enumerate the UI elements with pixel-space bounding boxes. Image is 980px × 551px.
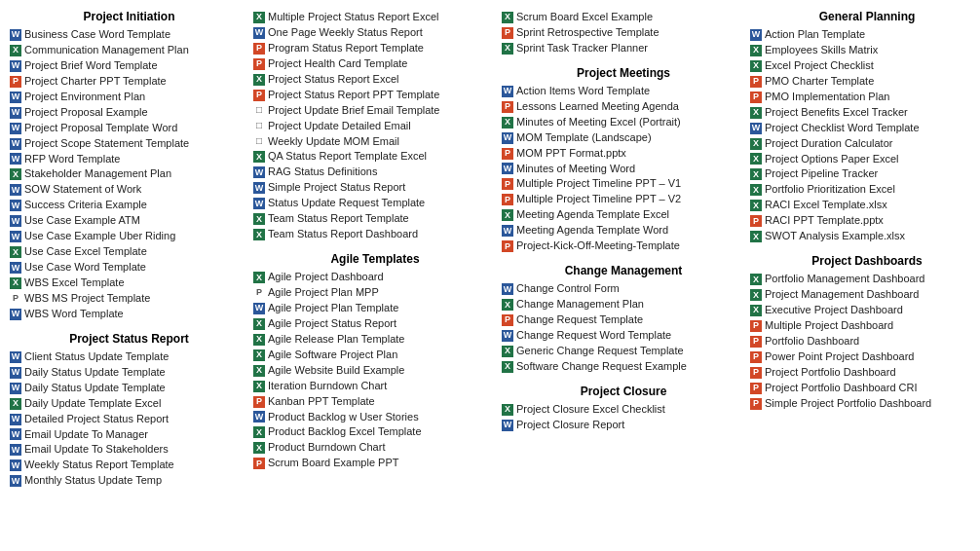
list-item[interactable]: PProgram Status Report Template (253, 41, 497, 56)
list-item[interactable]: XExecutive Project Dashboard (750, 303, 980, 318)
list-item[interactable]: XScrum Board Excel Example (502, 10, 745, 25)
list-item[interactable]: WRAG Status Definitions (253, 165, 497, 180)
list-item[interactable]: PRACI PPT Template.pptx (750, 213, 980, 229)
list-item[interactable]: XSprint Task Tracker Planner (502, 41, 745, 56)
list-item[interactable]: WWeekly Status Report Template (10, 458, 248, 473)
list-item[interactable]: XExcel Project Checklist (750, 58, 980, 74)
list-item[interactable]: WSuccess Criteria Example (10, 198, 248, 213)
list-item[interactable]: PPower Point Project Dashboard (750, 349, 980, 365)
list-item[interactable]: PMultiple Project Dashboard (750, 318, 980, 334)
list-item[interactable]: PSprint Retrospective Template (502, 25, 745, 41)
list-item[interactable]: WProject Scope Statement Template (10, 136, 248, 152)
list-item[interactable]: WProduct Backlog w User Stories (253, 410, 497, 425)
list-item[interactable]: WWBS Word Template (10, 307, 248, 322)
list-item[interactable]: PProject Status Report PPT Template (253, 88, 497, 103)
list-item[interactable]: XTeam Status Report Dashboard (253, 227, 497, 242)
list-item[interactable]: WProject Closure Report (502, 418, 745, 433)
list-item[interactable]: XSoftware Change Request Example (502, 359, 745, 375)
list-item[interactable]: XIteration Burndown Chart (253, 379, 497, 394)
list-item[interactable]: WChange Request Word Template (502, 328, 745, 344)
list-item[interactable]: XChange Management Plan (502, 297, 745, 312)
list-item[interactable]: WMonthly Status Update Temp (10, 473, 248, 489)
list-item[interactable]: WOne Page Weekly Status Report (253, 25, 497, 41)
list-item[interactable]: WMinutes of Meeting Word (502, 162, 745, 177)
list-item[interactable]: □Project Update Detailed Email (253, 119, 497, 134)
list-item[interactable]: XEmployees Skills Matrix (750, 43, 980, 58)
list-item[interactable]: WEmail Update To Stakeholders (10, 442, 248, 458)
list-item[interactable]: XMinutes of Meeting Excel (Portrait) (502, 115, 745, 130)
list-item[interactable]: XMultiple Project Status Report Excel (253, 10, 497, 25)
list-item[interactable]: XStakeholder Management Plan (10, 166, 248, 182)
list-item[interactable]: XAgile Project Dashboard (253, 270, 497, 285)
list-item[interactable]: WBusiness Case Word Template (10, 27, 248, 43)
list-item[interactable]: XPortfolio Prioritization Excel (750, 182, 980, 198)
list-item[interactable]: PProject Health Card Template (253, 56, 497, 72)
list-item[interactable]: XAgile Software Project Plan (253, 348, 497, 363)
list-item[interactable]: PWBS MS Project Template (10, 291, 248, 307)
list-item[interactable]: PMultiple Project Timeline PPT – V2 (502, 192, 745, 207)
list-item[interactable]: XProject Pipeline Tracker (750, 166, 980, 182)
list-item[interactable]: WAction Items Word Template (502, 84, 745, 99)
list-item[interactable]: WChange Control Form (502, 281, 745, 297)
list-item[interactable]: XProject Options Paper Excel (750, 152, 980, 167)
list-item[interactable]: XUse Case Excel Template (10, 244, 248, 260)
list-item[interactable]: XRACI Excel Template.xlsx (750, 198, 980, 213)
list-item[interactable]: □Project Update Brief Email Template (253, 103, 497, 119)
list-item[interactable]: XAgile Release Plan Template (253, 332, 497, 348)
list-item[interactable]: XGeneric Change Request Template (502, 344, 745, 359)
list-item[interactable]: XAgile Website Build Example (253, 363, 497, 379)
list-item[interactable]: PPortfolio Dashboard (750, 334, 980, 349)
list-item[interactable]: WEmail Update To Manager (10, 427, 248, 443)
list-item[interactable]: XAgile Project Status Report (253, 316, 497, 332)
list-item[interactable]: PLessons Learned Meeting Agenda (502, 99, 745, 115)
list-item[interactable]: PKanban PPT Template (253, 394, 497, 410)
list-item[interactable]: XProduct Backlog Excel Template (253, 424, 497, 440)
list-item[interactable]: WMOM Template (Landscape) (502, 130, 745, 146)
list-item[interactable]: WRFP Word Template (10, 152, 248, 167)
list-item[interactable]: WAgile Project Plan Template (253, 301, 497, 316)
list-item[interactable]: PProject Portfolio Dashboard (750, 365, 980, 381)
list-item[interactable]: WDaily Status Update Template (10, 365, 248, 381)
list-item[interactable]: WProject Checklist Word Template (750, 121, 980, 136)
list-item[interactable]: WProject Proposal Example (10, 105, 248, 121)
list-item[interactable]: PPMO Implementation Plan (750, 90, 980, 105)
list-item[interactable]: WAction Plan Template (750, 27, 980, 43)
list-item[interactable]: PProject Charter PPT Template (10, 74, 248, 90)
list-item[interactable]: XProject Benefits Excel Tracker (750, 105, 980, 121)
list-item[interactable]: XMeeting Agenda Template Excel (502, 207, 745, 223)
list-item[interactable]: XTeam Status Report Template (253, 211, 497, 227)
list-item[interactable]: XQA Status Report Template Excel (253, 149, 497, 165)
list-item[interactable]: WProject Brief Word Template (10, 58, 248, 74)
list-item[interactable]: WClient Status Update Template (10, 349, 248, 365)
list-item[interactable]: XDaily Update Template Excel (10, 396, 248, 412)
list-item[interactable]: WUse Case Example Uber Riding (10, 229, 248, 244)
list-item[interactable]: WDaily Status Update Template (10, 381, 248, 396)
list-item[interactable]: WDetailed Project Status Report (10, 412, 248, 427)
list-item[interactable]: WMeeting Agenda Template Word (502, 223, 745, 239)
list-item[interactable]: WSimple Project Status Report (253, 180, 497, 196)
list-item[interactable]: PPMO Charter Template (750, 74, 980, 90)
list-item[interactable]: PProject Portfolio Dashboard CRI (750, 381, 980, 396)
list-item[interactable]: XProject Status Report Excel (253, 72, 497, 88)
list-item[interactable]: XProject Closure Excel Checklist (502, 402, 745, 418)
list-item[interactable]: XSWOT Analysis Example.xlsx (750, 229, 980, 244)
list-item[interactable]: XCommunication Management Plan (10, 43, 248, 58)
list-item[interactable]: XPortfolio Management Dashboard (750, 272, 980, 287)
list-item[interactable]: XProject Duration Calculator (750, 136, 980, 152)
list-item[interactable]: PMOM PPT Format.pptx (502, 146, 745, 162)
list-item[interactable]: PSimple Project Portfolio Dashboard (750, 396, 980, 412)
list-item[interactable]: XProduct Burndown Chart (253, 440, 497, 456)
list-item[interactable]: PChange Request Template (502, 312, 745, 328)
list-item[interactable]: XWBS Excel Template (10, 276, 248, 291)
list-item[interactable]: WSOW Statement of Work (10, 182, 248, 198)
list-item[interactable]: WProject Environment Plan (10, 90, 248, 105)
list-item[interactable]: □Weekly Update MOM Email (253, 134, 497, 150)
list-item[interactable]: PProject-Kick-Off-Meeting-Template (502, 239, 745, 254)
list-item[interactable]: WUse Case Example ATM (10, 213, 248, 229)
list-item[interactable]: XProject Management Dashboard (750, 287, 980, 303)
list-item[interactable]: WUse Case Word Template (10, 260, 248, 276)
list-item[interactable]: PMultiple Project Timeline PPT – V1 (502, 176, 745, 192)
list-item[interactable]: PScrum Board Example PPT (253, 456, 497, 471)
list-item[interactable]: WProject Proposal Template Word (10, 121, 248, 136)
list-item[interactable]: WStatus Update Request Template (253, 196, 497, 211)
